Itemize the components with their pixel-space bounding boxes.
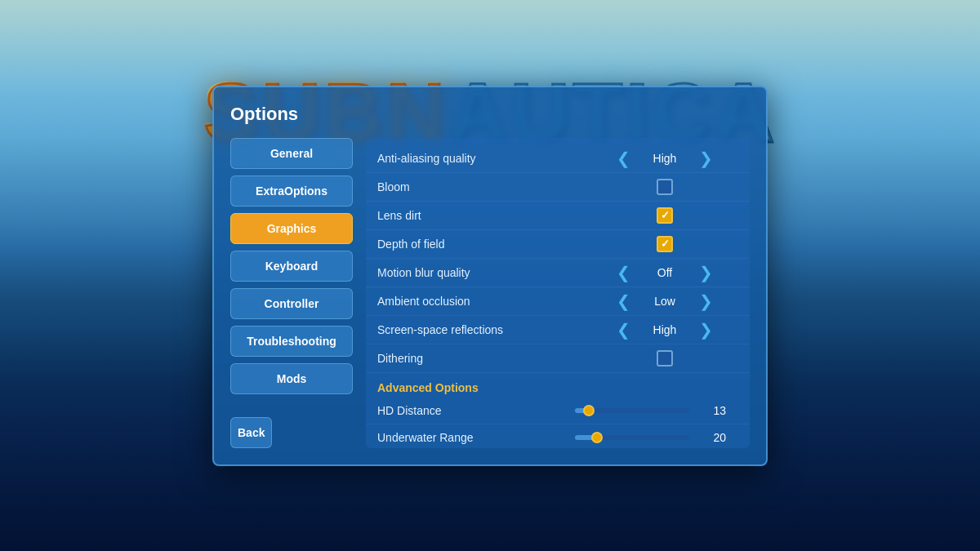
depth-of-field-checkbox[interactable] bbox=[657, 236, 673, 252]
screen-space-reflections-prev[interactable]: ❮ bbox=[613, 322, 634, 338]
lens-dirt-checkbox[interactable] bbox=[657, 207, 673, 224]
advanced-options-header: Advanced Options bbox=[366, 373, 750, 398]
sidebar-item-keyboard[interactable]: Keyboard bbox=[230, 251, 353, 282]
setting-motion-blur: Motion blur quality ❮ Off ❯ bbox=[366, 259, 750, 287]
anti-aliasing-next[interactable]: ❯ bbox=[696, 150, 716, 167]
slider-hd-distance: HD Distance 13 bbox=[366, 398, 750, 424]
sidebar-item-general[interactable]: General bbox=[230, 138, 353, 169]
setting-anti-aliasing: Anti-aliasing quality ❮ High ❯ bbox=[366, 144, 750, 173]
dithering-label: Dithering bbox=[377, 352, 591, 365]
sidebar-item-troubleshooting[interactable]: Troubleshooting bbox=[230, 326, 353, 357]
underwater-range-thumb[interactable] bbox=[591, 432, 603, 443]
motion-blur-control: ❮ Off ❯ bbox=[591, 264, 738, 281]
depth-of-field-label: Depth of field bbox=[377, 238, 591, 251]
anti-aliasing-value: High bbox=[640, 152, 689, 165]
setting-ambient-occlusion: Ambient occlusion ❮ Low ❯ bbox=[366, 287, 750, 316]
sidebar-item-extra-options[interactable]: ExtraOptions bbox=[230, 176, 353, 207]
screen-space-reflections-value: High bbox=[640, 323, 689, 336]
back-button[interactable]: Back bbox=[230, 417, 272, 448]
modal-body: General ExtraOptions Graphics Keyboard C… bbox=[230, 138, 750, 448]
sidebar: General ExtraOptions Graphics Keyboard C… bbox=[230, 138, 353, 448]
bloom-control bbox=[591, 179, 738, 195]
sidebar-item-mods[interactable]: Mods bbox=[230, 363, 353, 394]
dithering-checkbox[interactable] bbox=[657, 350, 673, 367]
lens-dirt-label: Lens dirt bbox=[377, 209, 591, 222]
motion-blur-next[interactable]: ❯ bbox=[696, 264, 716, 281]
settings-scroll[interactable]: Anti-aliasing quality ❮ High ❯ Bloom bbox=[366, 138, 750, 448]
bloom-label: Bloom bbox=[377, 180, 591, 193]
ambient-occlusion-value: Low bbox=[640, 295, 689, 308]
ambient-occlusion-next[interactable]: ❯ bbox=[696, 293, 716, 309]
depth-of-field-control bbox=[591, 236, 738, 252]
hd-distance-value: 13 bbox=[697, 404, 726, 417]
anti-aliasing-prev[interactable]: ❮ bbox=[613, 150, 634, 167]
modal-overlay: Options General ExtraOptions Graphics Ke… bbox=[0, 0, 980, 551]
modal-title: Options bbox=[230, 104, 750, 125]
bloom-checkbox[interactable] bbox=[657, 179, 673, 195]
ambient-occlusion-prev[interactable]: ❮ bbox=[613, 293, 634, 309]
underwater-range-control: 20 bbox=[575, 431, 738, 444]
settings-panel: Anti-aliasing quality ❮ High ❯ Bloom bbox=[366, 138, 750, 448]
setting-bloom: Bloom bbox=[366, 173, 750, 202]
underwater-range-label: Underwater Range bbox=[377, 431, 575, 444]
slider-underwater-range: Underwater Range 20 bbox=[366, 424, 750, 448]
underwater-range-value: 20 bbox=[697, 431, 726, 444]
motion-blur-prev[interactable]: ❮ bbox=[613, 264, 634, 281]
screen-space-reflections-label: Screen-space reflections bbox=[377, 323, 591, 336]
screen-space-reflections-next[interactable]: ❯ bbox=[696, 322, 716, 338]
setting-screen-space-reflections: Screen-space reflections ❮ High ❯ bbox=[366, 316, 750, 344]
back-btn-wrap: Back bbox=[230, 417, 353, 448]
screen-space-reflections-control: ❮ High ❯ bbox=[591, 322, 738, 338]
dithering-control bbox=[591, 350, 738, 367]
hd-distance-track[interactable] bbox=[575, 408, 689, 413]
lens-dirt-control bbox=[591, 207, 738, 224]
setting-dithering: Dithering bbox=[366, 344, 750, 373]
options-modal: Options General ExtraOptions Graphics Ke… bbox=[212, 86, 768, 466]
motion-blur-value: Off bbox=[640, 266, 689, 279]
anti-aliasing-control: ❮ High ❯ bbox=[591, 150, 738, 167]
hd-distance-label: HD Distance bbox=[377, 404, 575, 417]
ambient-occlusion-label: Ambient occlusion bbox=[377, 295, 591, 308]
setting-lens-dirt: Lens dirt bbox=[366, 202, 750, 230]
setting-depth-of-field: Depth of field bbox=[366, 230, 750, 259]
underwater-range-track[interactable] bbox=[575, 435, 689, 440]
motion-blur-label: Motion blur quality bbox=[377, 266, 591, 279]
ambient-occlusion-control: ❮ Low ❯ bbox=[591, 293, 738, 309]
sidebar-item-graphics[interactable]: Graphics bbox=[230, 213, 353, 244]
hd-distance-control: 13 bbox=[575, 404, 738, 417]
hd-distance-thumb[interactable] bbox=[583, 405, 595, 416]
anti-aliasing-label: Anti-aliasing quality bbox=[377, 152, 591, 165]
sidebar-item-controller[interactable]: Controller bbox=[230, 288, 353, 319]
